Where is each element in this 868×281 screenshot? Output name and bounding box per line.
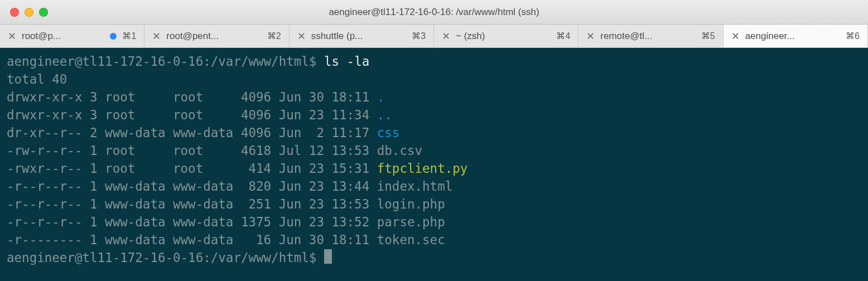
close-tab-icon[interactable]: ✕: [152, 31, 161, 41]
terminal-line: -r--r--r-- 1 www-data www-data 820 Jun 2…: [7, 177, 861, 195]
file-name: .: [377, 90, 385, 104]
terminal-line: -r-------- 1 www-data www-data 16 Jun 30…: [7, 231, 861, 249]
prompt: aengineer@tl11-172-16-0-16:/var/www/html…: [7, 54, 324, 69]
tab-5[interactable]: ✕aengineer...⌘6: [724, 25, 868, 47]
tab-label: root@pent...: [166, 31, 261, 42]
terminal-line: drwxr-xr-x 3 root root 4096 Jun 23 11:34…: [7, 106, 861, 124]
tab-shortcut: ⌘4: [556, 31, 570, 41]
tab-4[interactable]: ✕remote@tl...⌘5: [578, 25, 723, 47]
minimize-window-button[interactable]: [25, 8, 33, 17]
terminal-content[interactable]: aengineer@tl11-172-16-0-16:/var/www/html…: [0, 48, 868, 281]
terminal-line: -rw-r--r-- 1 root root 4618 Jul 12 13:53…: [7, 142, 861, 159]
terminal-line: dr-xr--r-- 2 www-data www-data 4096 Jun …: [7, 124, 861, 142]
terminal-line: aengineer@tl11-172-16-0-16:/var/www/html…: [7, 52, 861, 70]
file-name: db.csv: [377, 143, 422, 158]
terminal-window: aengineer@tl11-172-16-0-16: /var/www/htm…: [0, 0, 868, 281]
tab-label: aengineer...: [745, 31, 840, 42]
file-name: token.sec: [377, 232, 445, 247]
titlebar: aengineer@tl11-172-16-0-16: /var/www/htm…: [0, 0, 868, 25]
file-name: index.html: [377, 179, 452, 193]
file-name: parse.php: [377, 215, 445, 229]
tab-label: root@p...: [22, 31, 104, 42]
file-name: login.php: [377, 197, 445, 211]
terminal-line: -r--r--r-- 1 www-data www-data 251 Jun 2…: [7, 195, 861, 213]
tab-label: ~ (zsh): [456, 31, 551, 42]
file-name: ..: [377, 108, 392, 122]
tab-0[interactable]: ✕root@p...⌘1: [0, 25, 144, 47]
terminal-line: -rwxr--r-- 1 root root 414 Jun 23 15:31 …: [7, 159, 861, 177]
close-tab-icon[interactable]: ✕: [442, 31, 450, 41]
close-tab-icon[interactable]: ✕: [297, 31, 306, 41]
close-tab-icon[interactable]: ✕: [586, 31, 595, 41]
tab-shortcut: ⌘3: [412, 31, 426, 41]
window-title: aengineer@tl11-172-16-0-16: /var/www/htm…: [0, 7, 868, 18]
terminal-line: aengineer@tl11-172-16-0-16:/var/www/html…: [7, 249, 861, 267]
prompt: aengineer@tl11-172-16-0-16:/var/www/html…: [7, 250, 324, 265]
tab-shortcut: ⌘5: [701, 31, 715, 41]
tab-label: remote@tl...: [600, 31, 695, 42]
traffic-lights: [0, 8, 48, 17]
close-window-button[interactable]: [10, 8, 19, 17]
tab-shortcut: ⌘2: [267, 31, 281, 41]
total-line: total 40: [7, 72, 67, 86]
terminal-line: total 40: [7, 70, 861, 88]
cursor: [324, 249, 332, 264]
zoom-window-button[interactable]: [39, 8, 48, 17]
terminal-line: -r--r--r-- 1 www-data www-data 1375 Jun …: [7, 213, 861, 231]
close-tab-icon[interactable]: ✕: [8, 31, 16, 41]
tab-bar: ✕root@p...⌘1✕root@pent...⌘2✕sshuttle (p.…: [0, 25, 868, 48]
command: ls -la: [324, 54, 369, 69]
tab-2[interactable]: ✕sshuttle (p...⌘3: [290, 25, 434, 47]
close-tab-icon[interactable]: ✕: [731, 31, 740, 41]
tab-label: sshuttle (p...: [311, 31, 406, 42]
file-name: ftpclient.py: [377, 161, 468, 176]
file-name: css: [377, 125, 400, 140]
tab-shortcut: ⌘6: [846, 31, 860, 41]
tab-1[interactable]: ✕root@pent...⌘2: [144, 25, 289, 47]
tab-3[interactable]: ✕~ (zsh)⌘4: [434, 25, 578, 47]
tab-shortcut: ⌘1: [122, 31, 136, 41]
terminal-line: drwxr-xr-x 3 root root 4096 Jun 30 18:11…: [7, 88, 861, 106]
activity-dot-icon: [110, 33, 117, 40]
